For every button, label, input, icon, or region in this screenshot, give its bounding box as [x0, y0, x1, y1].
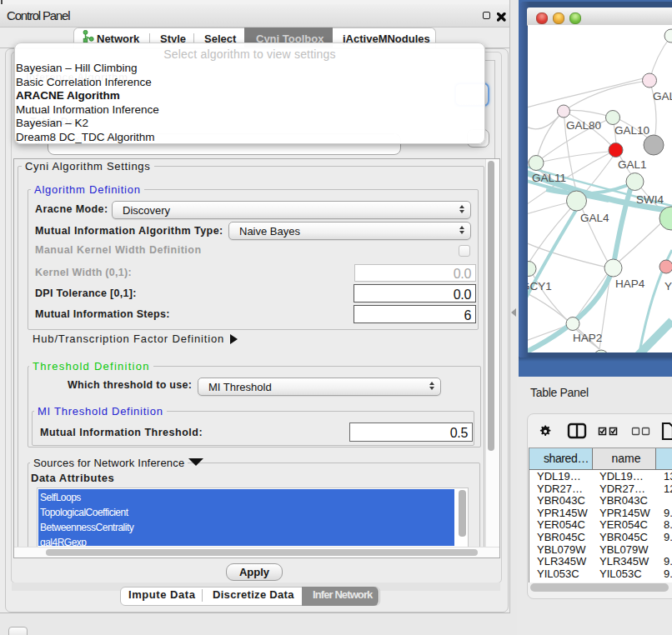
svg-text:Y: Y [664, 280, 672, 292]
svg-text:GAL11: GAL11 [532, 172, 566, 184]
svg-text:HAP2: HAP2 [573, 332, 602, 344]
svg-text:GAL8: GAL8 [653, 90, 672, 102]
svg-text:GAL1: GAL1 [618, 158, 647, 171]
svg-text:GAL10: GAL10 [614, 124, 649, 137]
svg-text:SWI4: SWI4 [636, 193, 664, 206]
svg-text:GAL80: GAL80 [566, 119, 601, 132]
svg-text:HAP4: HAP4 [615, 278, 645, 290]
svg-text:GAL4: GAL4 [580, 212, 609, 224]
svg-text:GCY1: GCY1 [528, 280, 552, 292]
